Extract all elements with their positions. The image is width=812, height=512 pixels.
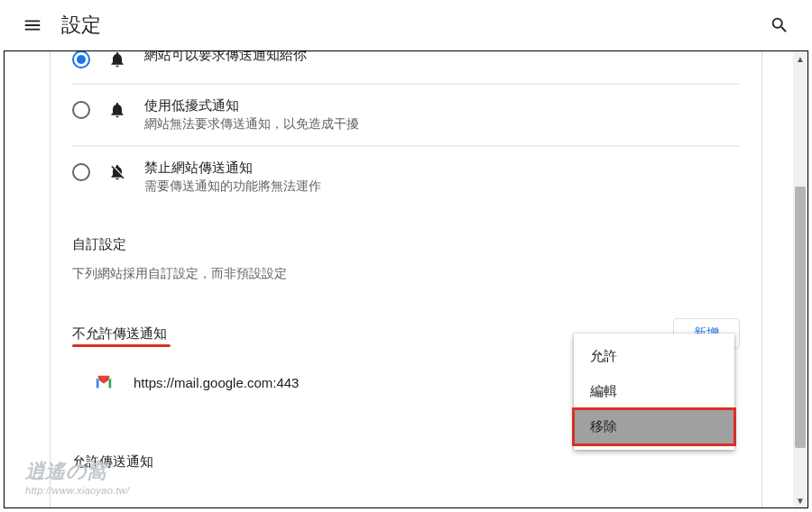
page-title: 設定	[61, 12, 101, 39]
radio-text: 使用低擾式通知 網站無法要求傳送通知，以免造成干擾	[144, 97, 359, 133]
radio-button[interactable]	[72, 163, 90, 181]
radio-desc: 網站無法要求傳送通知，以免造成干擾	[144, 116, 359, 133]
scroll-up-arrow[interactable]: ▲	[793, 51, 807, 66]
scroll-down-arrow[interactable]: ▼	[793, 493, 807, 507]
menu-item-allow[interactable]: 允許	[574, 339, 734, 374]
search-icon[interactable]	[761, 7, 798, 43]
radio-button[interactable]	[72, 50, 90, 69]
scrollbar-track[interactable]: ▲ ▼	[793, 51, 807, 507]
radio-option-quiet[interactable]: 使用低擾式通知 網站無法要求傳送通知，以免造成干擾	[72, 84, 740, 146]
radio-desc: 需要傳送通知的功能將無法運作	[144, 178, 321, 195]
scrollbar-thumb[interactable]	[795, 187, 806, 448]
radio-title: 網站可以要求傳送通知給你	[144, 50, 307, 64]
radio-title: 禁止網站傳送通知	[144, 160, 321, 177]
radio-title: 使用低擾式通知	[144, 97, 359, 114]
bell-icon	[106, 50, 128, 70]
radio-text: 禁止網站傳送通知 需要傳送通知的功能將無法運作	[144, 160, 321, 195]
bell-off-icon	[106, 161, 128, 183]
custom-section-sub: 下列網站採用自訂設定，而非預設設定	[72, 266, 740, 282]
menu-item-edit[interactable]: 編輯	[574, 374, 734, 409]
menu-item-remove[interactable]: 移除	[574, 409, 734, 444]
radio-button[interactable]	[72, 101, 90, 119]
radio-option-allow[interactable]: 網站可以要求傳送通知給你	[72, 50, 740, 84]
bell-icon	[106, 99, 128, 121]
radio-option-block[interactable]: 禁止網站傳送通知 需要傳送通知的功能將無法運作	[72, 146, 740, 207]
hamburger-menu-icon[interactable]	[14, 7, 51, 43]
custom-section-title: 自訂設定	[72, 236, 740, 253]
radio-text: 網站可以要求傳送通知給你	[144, 50, 307, 64]
site-url: https://mail.google.com:443	[134, 375, 299, 390]
block-list-label: 不允許傳送通知	[72, 325, 167, 343]
allow-list-label: 允許傳送通知	[72, 453, 740, 471]
app-bar: 設定	[0, 0, 812, 50]
site-context-menu: 允許 編輯 移除	[574, 334, 734, 450]
gmail-icon	[94, 372, 114, 392]
